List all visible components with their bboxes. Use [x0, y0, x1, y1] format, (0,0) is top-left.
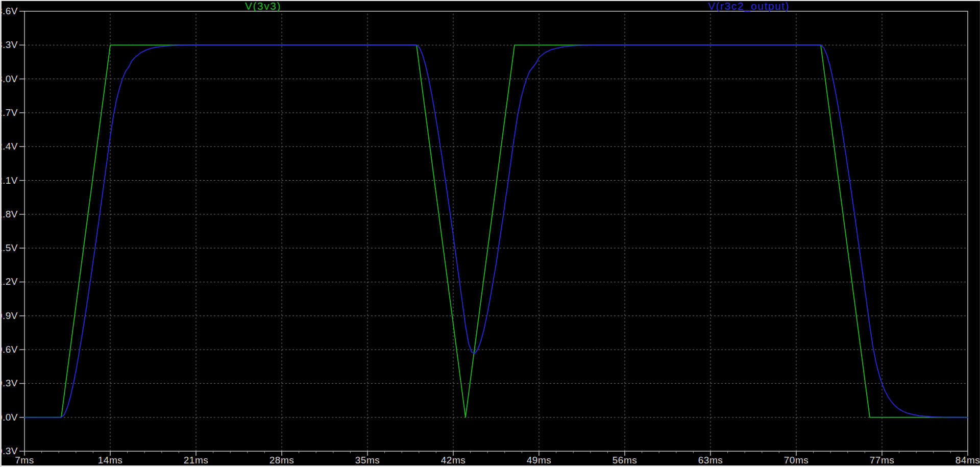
x-tick-label: 70ms	[784, 455, 808, 465]
x-tick-label: 63ms	[698, 455, 723, 465]
x-tick-label: 42ms	[441, 455, 465, 465]
y-tick-label: 2.7V	[0, 107, 18, 118]
y-tick-label: 0.3V	[0, 378, 18, 388]
y-tick-label: 1.8V	[0, 209, 18, 219]
x-tick-label: 7ms	[15, 455, 34, 465]
waveform-plot-area[interactable]: 7ms14ms21ms28ms35ms42ms49ms56ms63ms70ms7…	[0, 0, 980, 467]
y-tick-label: 0.0V	[0, 412, 18, 423]
x-tick-label: 14ms	[98, 455, 122, 465]
y-tick-label: 1.5V	[0, 242, 18, 253]
x-tick-label: 28ms	[270, 455, 294, 465]
x-tick-label: 84ms	[955, 455, 980, 465]
plot-frame	[24, 11, 968, 451]
x-tick-label: 56ms	[612, 455, 637, 465]
y-tick-label: -0.3V	[0, 446, 18, 456]
y-tick-label: 0.9V	[0, 310, 18, 321]
x-tick-label: 35ms	[355, 455, 380, 465]
x-tick-label: 49ms	[527, 455, 551, 465]
y-tick-label: 0.6V	[0, 344, 18, 355]
y-tick-label: 3.6V	[0, 6, 18, 16]
legend-label-v3v3[interactable]: V(3v3)	[245, 1, 281, 11]
y-tick-label: 3.3V	[0, 39, 18, 50]
legend-label-r3c2-output[interactable]: V(r3c2_output)	[708, 1, 790, 11]
y-tick-label: 2.4V	[0, 141, 18, 152]
y-tick-label: 2.1V	[0, 175, 18, 186]
trace-v3v3[interactable]	[24, 45, 968, 417]
y-tick-label: 3.0V	[0, 73, 18, 84]
x-tick-label: 21ms	[184, 455, 208, 465]
y-tick-label: 1.2V	[0, 276, 18, 287]
trace-r3c2-output[interactable]	[24, 45, 968, 417]
waveform-viewer-pane: 7ms14ms21ms28ms35ms42ms49ms56ms63ms70ms7…	[0, 0, 980, 467]
x-tick-label: 77ms	[870, 455, 894, 465]
